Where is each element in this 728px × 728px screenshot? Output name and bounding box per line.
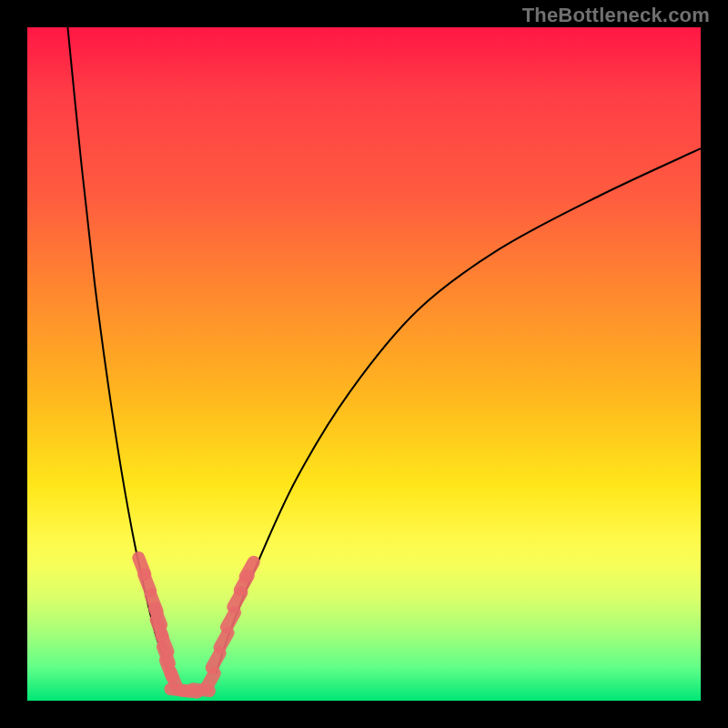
curves-group xyxy=(67,27,701,687)
overlay-right-2 xyxy=(220,632,228,647)
overlay-segments-group xyxy=(138,558,253,693)
overlay-bottom-2 xyxy=(193,689,209,691)
chart-svg xyxy=(27,27,701,701)
overlay-right-3 xyxy=(227,612,235,627)
chart-plot-area xyxy=(27,27,701,701)
overlay-right-6 xyxy=(246,562,254,577)
overlay-right-1 xyxy=(212,653,220,668)
watermark-text: TheBottleneck.com xyxy=(522,5,710,25)
curve-right-branch xyxy=(216,148,701,673)
curve-left-branch xyxy=(67,27,175,687)
overlay-left-1 xyxy=(144,575,150,592)
